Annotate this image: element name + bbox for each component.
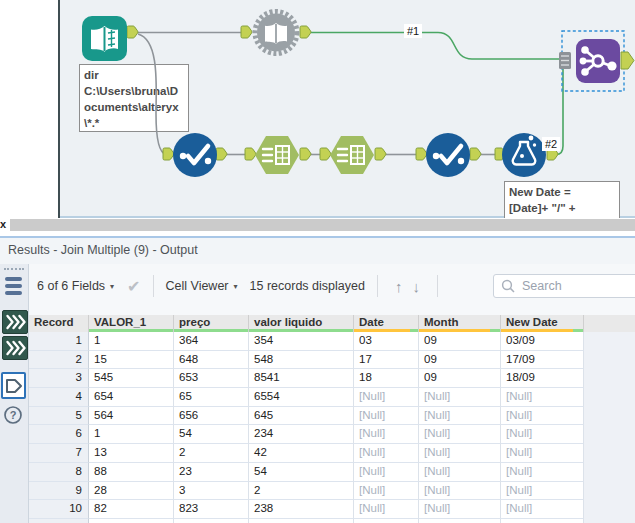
data-cell[interactable]: [Null] [354,463,419,482]
select-tool-icon[interactable] [426,133,470,177]
column-header-valor-liquido[interactable]: valor liquido [249,315,354,332]
layout-rows-icon[interactable] [5,277,22,298]
data-cell[interactable] [89,519,174,523]
data-cell[interactable]: 09 [419,332,501,351]
data-cell[interactable]: 13 [89,444,174,463]
data-cell[interactable]: [Null] [501,388,584,407]
up-arrow-icon[interactable]: ↑ [395,278,403,295]
data-cell[interactable]: 238 [249,500,354,519]
record-number-cell[interactable]: 9 [29,482,89,501]
directory-tool-icon[interactable] [82,16,127,61]
data-cell[interactable]: [Null] [501,407,584,426]
data-cell[interactable]: 09 [419,369,501,388]
text-to-columns-tool-icon[interactable] [255,136,299,174]
data-cell[interactable]: 65 [174,388,249,407]
data-cell[interactable]: 654 [89,388,174,407]
text-to-columns-tool-icon[interactable] [330,136,374,174]
data-cell[interactable]: [Null] [501,463,584,482]
data-cell[interactable]: 364 [174,332,249,351]
column-header-month[interactable]: Month [419,315,501,332]
apply-check-icon[interactable]: ✔ [127,277,140,296]
search-box[interactable] [493,274,635,298]
data-cell[interactable]: 54 [249,463,354,482]
data-cell[interactable]: 88 [89,463,174,482]
data-cell[interactable]: 18 [354,369,419,388]
data-cell[interactable]: 82 [89,500,174,519]
data-cell[interactable]: [Null] [419,463,501,482]
data-cell[interactable]: 2 [174,444,249,463]
data-cell[interactable]: 03 [354,332,419,351]
record-number-cell[interactable]: 6 [29,425,89,444]
data-cell[interactable]: 656 [174,407,249,426]
dynamic-input-tool-icon[interactable] [255,12,297,54]
record-number-cell[interactable]: 1 [29,332,89,351]
data-cell[interactable]: 1 [89,332,174,351]
formula-tool-icon[interactable] [502,133,546,177]
data-cell[interactable]: 545 [89,369,174,388]
wire-connection-1[interactable] [311,33,560,60]
data-cell[interactable]: 354 [249,332,354,351]
fields-dropdown[interactable]: 6 of 6 Fields ▾ [37,279,114,293]
data-cell[interactable]: 645 [249,407,354,426]
output-anchor-1-button[interactable] [2,310,28,334]
help-button[interactable]: ? [3,405,25,427]
close-icon[interactable]: x [0,218,10,232]
column-header-valor_1[interactable]: VALOR_1 [89,315,174,332]
canvas-scrollbar[interactable]: x [0,218,635,232]
data-cell[interactable]: [Null] [419,407,501,426]
data-cell[interactable] [419,519,501,523]
join-multiple-tool-icon[interactable] [576,39,620,83]
data-view-button[interactable] [1,372,26,399]
data-cell[interactable]: [Null] [354,425,419,444]
data-cell[interactable]: 15 [89,351,174,370]
data-cell[interactable]: 3 [174,482,249,501]
data-cell[interactable]: 234 [249,425,354,444]
column-header-preço[interactable]: preço [174,315,249,332]
record-number-cell[interactable]: 10 [29,500,89,519]
data-cell[interactable]: [Null] [354,482,419,501]
data-cell[interactable]: 54 [174,425,249,444]
select-tool-icon[interactable] [173,133,217,177]
data-cell[interactable]: [Null] [419,482,501,501]
data-cell[interactable]: 18/09 [501,369,584,388]
column-header-record[interactable]: Record [29,315,89,332]
output-anchor-2-button[interactable] [2,336,28,360]
data-cell[interactable]: 648 [174,351,249,370]
wire-directory-to-select[interactable] [138,34,166,155]
data-cell[interactable]: 42 [249,444,354,463]
data-cell[interactable]: 17 [354,351,419,370]
search-input[interactable] [520,278,635,294]
data-cell[interactable]: [Null] [501,482,584,501]
data-cell[interactable]: 09 [419,351,501,370]
down-arrow-icon[interactable]: ↓ [412,278,420,295]
record-number-cell[interactable]: 4 [29,388,89,407]
data-cell[interactable]: [Null] [419,444,501,463]
scrollbar-thumb[interactable] [10,219,635,231]
data-cell[interactable]: [Null] [419,388,501,407]
data-cell[interactable] [501,519,584,523]
data-cell[interactable]: [Null] [354,444,419,463]
data-cell[interactable]: 23 [174,463,249,482]
workflow-canvas[interactable]: dir C:\Users\bruna\D ocuments\alteryx \*… [0,0,635,218]
record-number-cell[interactable]: 7 [29,444,89,463]
data-cell[interactable]: 28 [89,482,174,501]
data-cell[interactable]: [Null] [354,500,419,519]
data-cell[interactable]: [Null] [354,388,419,407]
data-cell[interactable] [249,519,354,523]
data-cell[interactable]: [Null] [501,444,584,463]
data-cell[interactable] [174,519,249,523]
record-number-cell[interactable]: 5 [29,407,89,426]
data-cell[interactable]: 1 [89,425,174,444]
data-cell[interactable]: [Null] [501,425,584,444]
data-cell[interactable]: [Null] [354,407,419,426]
data-cell[interactable]: 823 [174,500,249,519]
data-cell[interactable]: [Null] [419,425,501,444]
record-number-cell[interactable]: 11 [29,519,89,523]
record-number-cell[interactable]: 2 [29,351,89,370]
data-cell[interactable]: 6554 [249,388,354,407]
record-number-cell[interactable]: 8 [29,463,89,482]
data-cell[interactable]: 548 [249,351,354,370]
data-cell[interactable]: [Null] [501,500,584,519]
data-cell[interactable]: 03/09 [501,332,584,351]
data-cell[interactable]: 653 [174,369,249,388]
